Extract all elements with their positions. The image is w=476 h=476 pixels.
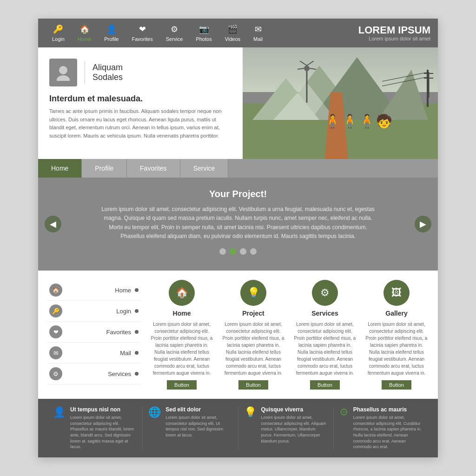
sidebar-services-icon: ⚙ xyxy=(49,367,62,380)
sidebar-item-home[interactable]: 🏠 Home xyxy=(47,280,140,301)
hero-title: Interdum et malesuada. xyxy=(49,94,231,104)
svg-line-13 xyxy=(382,72,429,81)
svg-point-0 xyxy=(59,66,67,74)
footer-text-1: Lorem ipsum dolor sit amet, consectetur … xyxy=(70,415,137,450)
nav-bar: 🔑 Login 🏠 Home 👤 Profile ❤ Favorites ⚙ S… xyxy=(38,19,438,47)
slider-text: Lorem ipsum dolor sit amet, consectetur … xyxy=(99,205,377,241)
tabs-row: Home Profile Favorites Service xyxy=(38,159,438,178)
slider-prev-button[interactable]: ◀ xyxy=(45,216,61,232)
grid-item-project: 💡 Project Lorem ipsum dolor sit amet, co… xyxy=(221,280,285,390)
footer-item-4: ⚙ Phasellus ac mauris Lorem ipsum dolor … xyxy=(334,406,429,450)
footer-text-4: Lorem ipsum dolor sit amet, consectetur … xyxy=(353,415,423,450)
nav-favorites[interactable]: ❤ Favorites xyxy=(125,22,159,44)
bottom-section: 🏠 Home 🔑 Login ❤ Favorites ✉ Mail ⚙ xyxy=(38,271,438,399)
svg-line-10 xyxy=(307,61,314,66)
home-icon: 🏠 xyxy=(79,24,90,34)
power-lines-svg xyxy=(382,70,438,98)
profile-icon: 👤 xyxy=(106,24,117,34)
grid-home-button[interactable]: Button xyxy=(167,380,197,390)
silhouettes: 🧍 🧍 🧍 🧒 xyxy=(324,115,392,128)
sidebar-home-icon: 🏠 xyxy=(49,284,62,297)
sidebar-favorites-label: Favorites xyxy=(66,329,131,336)
heart-icon: ❤ xyxy=(139,24,146,34)
footer-text-2: Lorem ipsum dolor sit amet, consectetur … xyxy=(165,415,232,438)
nav-photos[interactable]: 📷 Photos xyxy=(189,22,218,44)
slider-title: Your Project! xyxy=(66,189,410,199)
sidebar-item-services[interactable]: ⚙ Services xyxy=(47,364,140,384)
grid-services-button[interactable]: Button xyxy=(310,380,340,390)
tab-profile[interactable]: Profile xyxy=(82,159,127,178)
left-sidebar: 🏠 Home 🔑 Login ❤ Favorites ✉ Mail ⚙ xyxy=(47,280,140,390)
windmill-svg xyxy=(298,61,316,103)
avatar xyxy=(49,59,77,86)
nav-profile[interactable]: 👤 Profile xyxy=(98,22,125,44)
key-icon: 🔑 xyxy=(53,24,63,34)
nav-login-label: Login xyxy=(52,36,65,42)
sidebar-login-icon: 🔑 xyxy=(49,304,62,317)
nav-service[interactable]: ⚙ Service xyxy=(159,22,190,44)
dot-2[interactable] xyxy=(230,248,236,255)
sidebar-item-login[interactable]: 🔑 Login xyxy=(47,301,140,322)
grid-home-text: Lorem ipsum dolor sit amet, consectetur … xyxy=(150,321,214,377)
nav-favorites-label: Favorites xyxy=(132,36,152,42)
svg-point-8 xyxy=(304,66,310,71)
video-icon: 🎬 xyxy=(227,24,238,34)
tab-service[interactable]: Service xyxy=(180,159,229,178)
grid-gallery-title: Gallery xyxy=(385,310,407,317)
brand: LOREM IPSUM Lorem ipsum dolor sit amet xyxy=(358,25,430,41)
grid-home-title: Home xyxy=(173,310,191,317)
footer-person-icon: 👤 xyxy=(53,406,66,450)
windmill xyxy=(298,61,316,105)
brand-sub: Lorem ipsum dolor sit amet xyxy=(358,36,430,41)
slider-next-button[interactable]: ▶ xyxy=(415,216,431,232)
dot-4[interactable] xyxy=(250,248,257,255)
svg-line-11 xyxy=(298,68,304,69)
tab-home[interactable]: Home xyxy=(38,159,82,178)
footer-bulb-icon: 💡 xyxy=(244,406,257,450)
footer-content-4: Phasellus ac mauris Lorem ipsum dolor si… xyxy=(353,406,423,450)
footer-title-4: Phasellus ac mauris xyxy=(353,406,423,413)
svg-line-14 xyxy=(382,77,429,86)
grid-gallery-icon: 🖼 xyxy=(383,280,410,306)
nav-home[interactable]: 🏠 Home xyxy=(71,22,98,44)
dot-1[interactable] xyxy=(219,248,226,255)
nav-videos[interactable]: 🎬 Videos xyxy=(218,22,247,44)
footer-item-3: 💡 Quisque viverra Lorem ipsum dolor sit … xyxy=(238,406,334,450)
hero-image: 🧍 🧍 🧍 🧒 xyxy=(243,47,438,159)
hero-body: Tames ac ante ipsum primis in faucibus. … xyxy=(49,107,231,140)
nav-videos-label: Videos xyxy=(225,36,240,42)
grid-project-button[interactable]: Button xyxy=(238,380,268,390)
sidebar-home-dot xyxy=(135,288,139,292)
nav-mail-label: Mail xyxy=(253,36,263,42)
sidebar-item-mail[interactable]: ✉ Mail xyxy=(47,343,140,364)
silhouette-1: 🧍 xyxy=(324,115,341,128)
grid-gallery-text: Lorem ipsum dolor sit amet, consectetur … xyxy=(364,321,429,377)
grid-gallery-button[interactable]: Button xyxy=(382,380,411,390)
nav-login[interactable]: 🔑 Login xyxy=(46,22,71,44)
sidebar-services-label: Services xyxy=(66,370,131,377)
footer-item-1: 👤 Ut tempus nisl non Lorem ipsum dolor s… xyxy=(47,406,143,450)
page-wrapper: 🔑 Login 🏠 Home 👤 Profile ❤ Favorites ⚙ S… xyxy=(38,19,438,457)
grid-project-icon: 💡 xyxy=(240,280,266,306)
footer: 👤 Ut tempus nisl non Lorem ipsum dolor s… xyxy=(38,399,438,457)
footer-title-2: Sed elit dolor xyxy=(165,406,232,413)
footer-globe-icon: 🌐 xyxy=(148,406,161,450)
nav-mail[interactable]: ✉ Mail xyxy=(247,22,269,44)
footer-item-2: 🌐 Sed elit dolor Lorem ipsum dolor sit a… xyxy=(143,406,238,450)
sidebar-mail-label: Mail xyxy=(66,350,131,357)
hero-left: Aliquam Sodales Interdum et malesuada. T… xyxy=(38,47,243,159)
tab-favorites[interactable]: Favorites xyxy=(127,159,180,178)
sidebar-home-label: Home xyxy=(66,287,131,294)
sidebar-mail-dot xyxy=(135,351,139,355)
sidebar-item-favorites[interactable]: ❤ Favorites xyxy=(47,322,140,343)
sidebar-favorites-dot xyxy=(135,330,139,334)
svg-line-9 xyxy=(300,61,307,66)
dot-3[interactable] xyxy=(240,248,246,255)
svg-point-1 xyxy=(57,75,70,81)
footer-title-3: Quisque viverra xyxy=(261,406,328,413)
footer-content-3: Quisque viverra Lorem ipsum dolor sit am… xyxy=(261,406,328,450)
grid-item-services: ⚙ Services Lorem ipsum dolor sit amet, c… xyxy=(293,280,357,390)
footer-title-1: Ut tempus nisl non xyxy=(70,406,137,413)
divider-vertical xyxy=(85,61,85,84)
grid-item-gallery: 🖼 Gallery Lorem ipsum dolor sit amet, co… xyxy=(364,280,429,390)
